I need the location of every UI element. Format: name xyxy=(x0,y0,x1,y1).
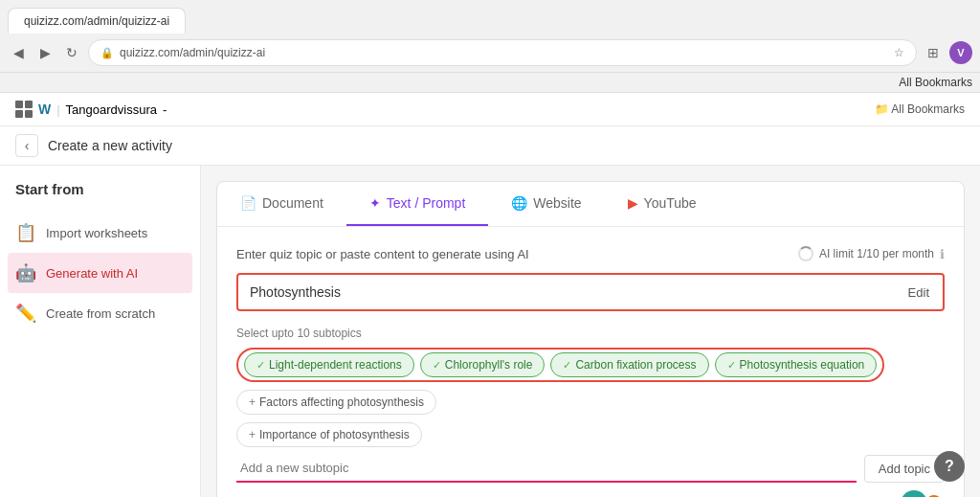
nav-actions: ⊞ V xyxy=(923,41,972,64)
document-icon: 📄 xyxy=(240,195,256,211)
chip-equation[interactable]: ✓ Photosynthesis equation xyxy=(715,352,878,377)
bookmark-icon: ☆ xyxy=(894,46,904,59)
url-bar[interactable]: 🔒 quizizz.com/admin/quizizz-ai ☆ xyxy=(88,39,917,66)
website-icon: 🌐 xyxy=(511,195,527,211)
sidebar-item-label: Create from scratch xyxy=(46,306,155,321)
sidebar-item-import-worksheets[interactable]: 📋 Import worksheets xyxy=(0,213,200,253)
add-subtopic-row: Add topic xyxy=(236,455,945,483)
bookmarks-bar-right: 📁 All Bookmarks xyxy=(875,102,965,116)
chip-label: Photosynthesis equation xyxy=(740,358,865,372)
sidebar-item-label: Import worksheets xyxy=(46,226,147,240)
avatar-count: 1 xyxy=(924,493,945,497)
chip-label: Factors affecting photosynthesis xyxy=(259,395,424,409)
tab-document[interactable]: 📄 Document xyxy=(217,182,346,226)
lock-icon: 🔒 xyxy=(100,47,114,59)
check-icon: ✓ xyxy=(563,359,571,372)
main-layout: Start from 📋 Import worksheets 🤖 Generat… xyxy=(0,166,980,497)
chip-label: Chlorophyll's role xyxy=(445,358,533,372)
floating-avatars: ⚙ 1 xyxy=(236,490,945,497)
user-avatar[interactable]: V xyxy=(949,41,972,64)
page-header: ‹ Create a new activity xyxy=(0,126,980,166)
chip-label: Carbon fixation process xyxy=(575,358,696,372)
content-area: 📄 Document ✦ Text / Prompt 🌐 Website ▶ Y… xyxy=(201,166,980,497)
wp-logo: W xyxy=(38,102,51,117)
app-header: W | Tangoardvissura - 📁 All Bookmarks xyxy=(0,93,980,126)
chip-label: Importance of photosynthesis xyxy=(259,428,410,441)
tab-youtube-label: YouTube xyxy=(644,195,697,211)
sidebar-title: Start from xyxy=(0,181,200,213)
chip-factors[interactable]: + Factors affecting photosynthesis xyxy=(236,390,436,415)
subtopics-row: ✓ Light-dependent reactions ✓ Chlorophyl… xyxy=(236,348,945,415)
chip-carbon-fixation[interactable]: ✓ Carbon fixation process xyxy=(550,352,708,377)
generate-ai-icon: 🤖 xyxy=(15,262,36,283)
spinner-icon xyxy=(798,246,813,261)
plus-icon: + xyxy=(249,395,256,409)
check-icon: ✓ xyxy=(727,359,736,372)
tab-document-label: Document xyxy=(262,195,323,211)
back-nav-button[interactable]: ‹ xyxy=(15,134,38,157)
subtopics-label: Select upto 10 subtopics xyxy=(236,327,945,340)
bookmarks-label: All Bookmarks xyxy=(899,76,972,89)
subtopics-row-2: + Importance of photosynthesis xyxy=(236,422,945,447)
extensions-button[interactable]: ⊞ xyxy=(923,42,944,63)
selected-chips-group: ✓ Light-dependent reactions ✓ Chlorophyl… xyxy=(236,348,884,382)
browser-tab[interactable]: quizizz.com/admin/quizizz-ai xyxy=(8,8,186,34)
add-subtopic-input[interactable] xyxy=(236,455,857,483)
chip-light-dependent[interactable]: ✓ Light-dependent reactions xyxy=(244,352,414,377)
wp-separator: - xyxy=(163,102,167,117)
tab-content: Enter quiz topic or paste content to gen… xyxy=(217,227,964,497)
app-logo: W | Tangoardvissura - xyxy=(15,101,167,118)
browser-nav: ◀ ▶ ↻ 🔒 quizizz.com/admin/quizizz-ai ☆ ⊞… xyxy=(0,34,980,72)
refresh-button[interactable]: ↻ xyxy=(61,42,82,63)
sidebar: Start from 📋 Import worksheets 🤖 Generat… xyxy=(0,166,201,497)
separator: | xyxy=(56,102,59,117)
help-button[interactable]: ? xyxy=(934,451,965,482)
main-card: 📄 Document ✦ Text / Prompt 🌐 Website ▶ Y… xyxy=(216,181,965,497)
tab-text-prompt[interactable]: ✦ Text / Prompt xyxy=(346,182,488,226)
check-icon: ✓ xyxy=(256,359,265,372)
chip-importance[interactable]: + Importance of photosynthesis xyxy=(236,422,422,447)
create-scratch-icon: ✏️ xyxy=(15,303,36,324)
add-topic-button[interactable]: Add topic xyxy=(864,455,945,483)
chip-chlorophyll[interactable]: ✓ Chlorophyll's role xyxy=(420,352,546,377)
section-header: Enter quiz topic or paste content to gen… xyxy=(236,246,945,261)
wp-site-label: Tangoardvissura xyxy=(66,102,157,117)
back-button[interactable]: ◀ xyxy=(8,42,29,63)
sidebar-item-generate-ai[interactable]: 🤖 Generate with AI xyxy=(8,253,192,293)
tab-text-prompt-label: Text / Prompt xyxy=(387,195,465,211)
tab-website-label: Website xyxy=(533,195,581,211)
plus-icon: + xyxy=(249,428,256,441)
grid-icon xyxy=(15,101,33,118)
browser-chrome: quizizz.com/admin/quizizz-ai ◀ ▶ ↻ 🔒 qui… xyxy=(0,0,980,73)
avatar-teal: ⚙ xyxy=(901,490,927,497)
info-icon: ℹ xyxy=(940,247,945,261)
ai-limit: AI limit 1/10 per month ℹ xyxy=(798,246,945,261)
page-title: Create a new activity xyxy=(48,138,172,153)
edit-button[interactable]: Edit xyxy=(895,280,943,305)
import-worksheets-icon: 📋 xyxy=(15,222,36,243)
text-prompt-icon: ✦ xyxy=(369,195,381,211)
youtube-icon: ▶ xyxy=(628,195,638,211)
sidebar-item-label: Generate with AI xyxy=(46,266,138,281)
browser-tab-bar: quizizz.com/admin/quizizz-ai xyxy=(0,0,980,34)
tab-youtube[interactable]: ▶ YouTube xyxy=(605,182,720,226)
chip-label: Light-dependent reactions xyxy=(269,358,402,372)
topic-input[interactable] xyxy=(238,275,895,309)
topic-input-wrapper: Edit xyxy=(236,273,945,311)
url-text: quizizz.com/admin/quizizz-ai xyxy=(120,46,888,59)
forward-button[interactable]: ▶ xyxy=(34,42,56,63)
check-icon: ✓ xyxy=(433,359,441,372)
section-label: Enter quiz topic or paste content to gen… xyxy=(236,247,529,261)
tab-website[interactable]: 🌐 Website xyxy=(488,182,604,226)
tabs-bar: 📄 Document ✦ Text / Prompt 🌐 Website ▶ Y… xyxy=(217,182,964,227)
ai-limit-label: AI limit 1/10 per month xyxy=(819,247,934,260)
sidebar-item-create-scratch[interactable]: ✏️ Create from scratch xyxy=(0,293,200,333)
bookmarks-bar: All Bookmarks xyxy=(0,73,980,93)
